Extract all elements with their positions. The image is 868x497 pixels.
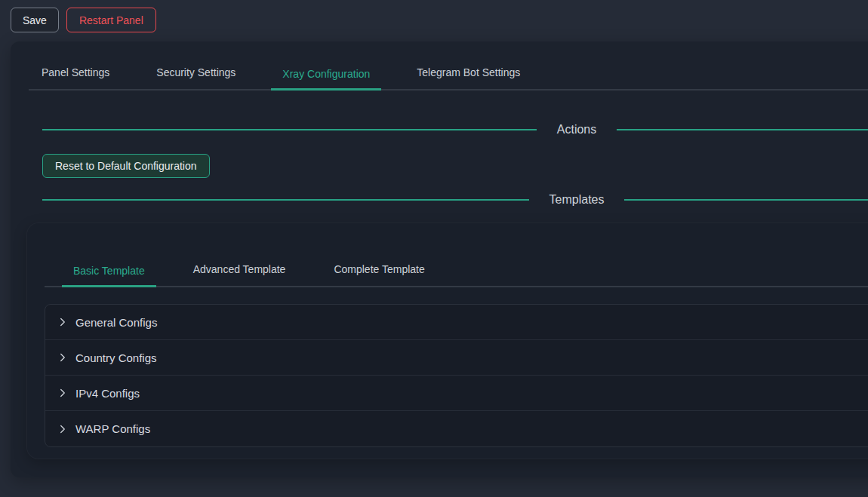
settings-tab-bar: Panel Settings Security Settings Xray Co… [29,41,868,91]
chevron-right-icon [58,425,67,434]
tab-basic-template[interactable]: Basic Template [62,265,156,287]
accordion-item-label: IPv4 Configs [75,387,140,400]
chevron-right-icon [58,318,67,327]
accordion-item-warp-configs[interactable]: WARP Configs [45,411,868,446]
templates-divider-title: Templates [549,193,605,207]
accordion-item-label: WARP Configs [75,422,150,435]
chevron-right-icon [58,388,67,397]
template-config-accordion: General Configs Country Configs [45,304,868,447]
actions-divider: Actions [42,123,868,137]
accordion-item-label: General Configs [75,316,157,329]
tab-security-settings[interactable]: Security Settings [145,66,247,89]
accordion-item-ipv4-configs[interactable]: IPv4 Configs [45,376,868,411]
divider-line [42,129,537,130]
tab-xray-configuration[interactable]: Xray Configuration [271,68,381,91]
xray-configuration-panel: Actions Reset to Default Configuration T… [29,123,868,459]
tab-complete-template[interactable]: Complete Template [322,263,436,286]
divider-line [624,199,868,201]
template-tab-bar: Basic Template Advanced Template Complet… [45,251,868,287]
accordion-item-label: Country Configs [75,351,157,364]
tab-panel-settings[interactable]: Panel Settings [30,66,121,89]
tab-telegram-bot-settings[interactable]: Telegram Bot Settings [405,66,531,89]
accordion-item-country-configs[interactable]: Country Configs [45,340,868,376]
templates-divider: Templates [42,193,868,207]
page: Save Restart Panel Panel Settings Securi… [0,0,868,497]
actions-divider-title: Actions [557,123,596,137]
actions-row: Reset to Default Configuration [42,137,868,178]
divider-line [617,129,868,130]
chevron-right-icon [58,353,67,362]
settings-card: Panel Settings Security Settings Xray Co… [11,41,868,477]
save-button[interactable]: Save [11,8,59,32]
tab-advanced-template[interactable]: Advanced Template [182,263,297,286]
accordion-item-general-configs[interactable]: General Configs [45,305,868,340]
top-action-bar: Save Restart Panel [0,0,868,32]
divider-line [42,199,529,201]
reset-to-default-configuration-button[interactable]: Reset to Default Configuration [42,154,210,178]
templates-card: Basic Template Advanced Template Complet… [26,222,868,459]
restart-panel-button[interactable]: Restart Panel [66,8,156,32]
